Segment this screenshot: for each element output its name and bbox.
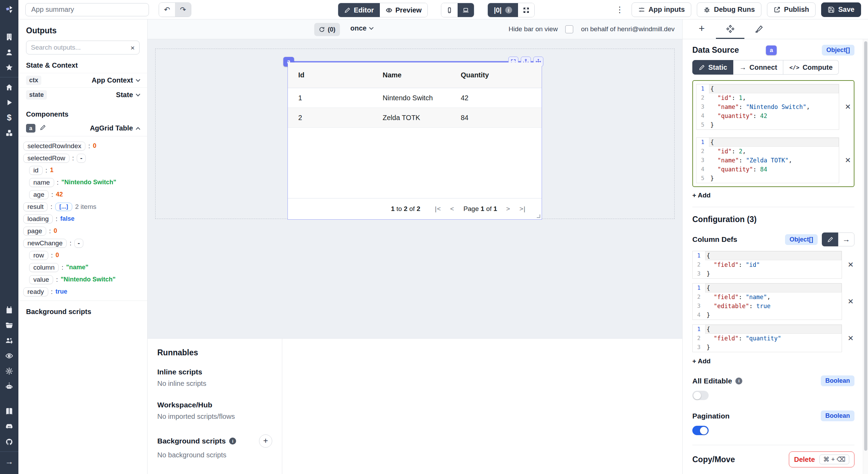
output-key-chip[interactable]: newChange bbox=[23, 239, 67, 248]
column-header[interactable]: Quantity bbox=[461, 71, 542, 79]
next-page-button[interactable]: > bbox=[506, 205, 510, 213]
last-page-button[interactable]: >| bbox=[519, 205, 526, 213]
fullscreen-button[interactable] bbox=[518, 3, 534, 17]
clear-search-icon[interactable]: × bbox=[131, 44, 135, 51]
collapsed-array-chip[interactable]: [...] bbox=[55, 203, 73, 211]
json-code-editor[interactable]: 1{2 "id": 1,3 "name": "Nintendo Switch",… bbox=[696, 84, 839, 130]
home-icon[interactable] bbox=[0, 79, 18, 95]
resources-blocks-icon[interactable] bbox=[0, 125, 18, 141]
remove-item-icon[interactable] bbox=[847, 297, 854, 306]
output-entry-selectedRowIndex[interactable]: selectedRowIndex:0 bbox=[23, 140, 142, 152]
github-icon[interactable] bbox=[0, 434, 18, 449]
output-key-chip[interactable]: selectedRowIndex bbox=[23, 142, 85, 151]
component-settings-tab[interactable] bbox=[716, 19, 744, 39]
output-entry-page[interactable]: page:0 bbox=[23, 225, 142, 237]
desktop-view-button[interactable] bbox=[458, 3, 474, 17]
remove-item-icon[interactable] bbox=[844, 103, 852, 111]
ctx-row[interactable]: ctx App Context bbox=[18, 73, 147, 87]
edit-mode-button[interactable] bbox=[822, 232, 838, 246]
output-key-chip[interactable]: row bbox=[29, 251, 48, 260]
json-code-editor[interactable]: 1{2 "id": 2,3 "name": "Zelda TOTK",4 "qu… bbox=[696, 137, 839, 183]
ai-robot-icon[interactable] bbox=[0, 379, 18, 394]
output-key-chip[interactable]: id bbox=[29, 166, 43, 175]
output-key-chip[interactable]: value bbox=[29, 275, 53, 284]
connect-mode-button[interactable]: → Connect bbox=[733, 60, 783, 75]
styling-tab[interactable] bbox=[744, 19, 773, 39]
remove-item-icon[interactable] bbox=[847, 261, 854, 269]
table-cell[interactable]: 42 bbox=[461, 94, 542, 102]
search-outputs-input[interactable] bbox=[31, 44, 131, 51]
aggrid-table-component[interactable]: a IdNameQuantity 1Nintendo Switch422Zeld… bbox=[287, 61, 542, 220]
app-canvas[interactable]: a IdNameQuantity 1Nintendo Switch422Zeld… bbox=[148, 39, 682, 338]
output-entry-age[interactable]: age:42 bbox=[23, 188, 142, 201]
output-key-chip[interactable]: page bbox=[23, 227, 46, 236]
state-row[interactable]: state State bbox=[18, 87, 147, 102]
table-row[interactable]: 2Zelda TOTK84 bbox=[288, 108, 542, 128]
insert-component-tab[interactable]: + bbox=[687, 19, 716, 39]
output-entry-ready[interactable]: ready:true bbox=[23, 286, 142, 298]
add-data-source-item-button[interactable]: + Add bbox=[692, 192, 711, 199]
preview-tab[interactable]: Preview bbox=[380, 3, 428, 17]
add-background-script-button[interactable] bbox=[259, 434, 272, 448]
scrollbar-thumb[interactable] bbox=[864, 41, 867, 451]
delete-component-button[interactable]: Delete ⌘ + ⌫ bbox=[789, 451, 854, 467]
static-mode-button[interactable]: Static bbox=[692, 60, 733, 75]
favorites-star-icon[interactable] bbox=[0, 60, 18, 75]
output-key-chip[interactable]: result bbox=[23, 202, 48, 211]
output-entry-name[interactable]: name:"Nintendo Switch" bbox=[23, 176, 142, 188]
docs-book-icon[interactable] bbox=[0, 404, 18, 419]
output-key-chip[interactable]: loading bbox=[23, 214, 53, 223]
table-row[interactable]: 1Nintendo Switch42 bbox=[288, 88, 542, 108]
output-entry-value[interactable]: value:"Nintendo Switch" bbox=[23, 273, 142, 286]
collapsed-object-chip[interactable]: - bbox=[74, 239, 83, 248]
table-cell[interactable]: 2 bbox=[298, 114, 383, 122]
windmill-logo-icon[interactable] bbox=[0, 0, 18, 19]
output-entry-result[interactable]: result:[...]2 items bbox=[23, 201, 142, 213]
column-header[interactable]: Id bbox=[298, 71, 383, 79]
schedules-calendar-icon[interactable] bbox=[0, 302, 18, 318]
output-key-chip[interactable]: name bbox=[29, 178, 54, 187]
workspace-building-icon[interactable] bbox=[0, 29, 18, 44]
output-key-chip[interactable]: column bbox=[29, 263, 59, 272]
refresh-policy-dropdown[interactable]: once bbox=[350, 24, 373, 32]
more-menu-button[interactable]: ⋮ bbox=[614, 5, 626, 15]
compute-mode-button[interactable]: </> Compute bbox=[783, 60, 839, 75]
collapse-sidebar-arrow-icon[interactable]: → bbox=[0, 454, 18, 469]
debug-runs-button[interactable]: Debug Runs bbox=[697, 2, 761, 17]
prev-page-button[interactable]: < bbox=[450, 205, 454, 213]
add-column-def-button[interactable]: + Add bbox=[692, 357, 711, 365]
pagination-toggle[interactable] bbox=[692, 426, 709, 435]
output-entry-id[interactable]: id:1 bbox=[23, 164, 142, 176]
output-entry-row[interactable]: row:0 bbox=[23, 249, 142, 261]
table-cell[interactable]: 84 bbox=[461, 114, 542, 122]
right-panel-scrollbar[interactable] bbox=[863, 39, 868, 474]
output-key-chip[interactable]: selectedRow bbox=[23, 154, 69, 163]
json-code-editor[interactable]: 1{2 "field": "quantity"3} bbox=[692, 324, 842, 352]
redo-button[interactable]: ↷ bbox=[175, 3, 191, 17]
settings-gear-icon[interactable] bbox=[0, 363, 18, 379]
output-entry-column[interactable]: column:"name" bbox=[23, 261, 142, 273]
output-entry-newChange[interactable]: newChange:- bbox=[23, 237, 142, 249]
refresh-components-button[interactable]: (0) bbox=[314, 23, 340, 36]
save-button[interactable]: Save bbox=[821, 2, 861, 17]
table-cell[interactable]: Zelda TOTK bbox=[383, 114, 461, 122]
component-output-header[interactable]: a AgGrid Table bbox=[18, 122, 147, 136]
connect-mode-button[interactable]: → bbox=[838, 232, 854, 246]
output-entry-loading[interactable]: loading:false bbox=[23, 213, 142, 225]
editor-tab[interactable]: Editor bbox=[338, 3, 380, 17]
output-key-chip[interactable]: ready bbox=[23, 287, 48, 296]
audit-eye-icon[interactable] bbox=[0, 348, 18, 363]
runs-play-icon[interactable] bbox=[0, 95, 18, 110]
output-key-chip[interactable]: age bbox=[29, 190, 49, 199]
user-icon[interactable] bbox=[0, 44, 18, 60]
json-code-editor[interactable]: 1{2 "field": "name",3 "editable": true4} bbox=[692, 283, 842, 320]
remove-item-icon[interactable] bbox=[847, 334, 854, 342]
column-header[interactable]: Name bbox=[383, 71, 461, 79]
folders-icon[interactable] bbox=[0, 318, 18, 333]
undo-button[interactable]: ↶ bbox=[159, 3, 175, 17]
diff-button[interactable]: |0| bbox=[488, 3, 518, 17]
first-page-button[interactable]: |< bbox=[435, 205, 441, 213]
rename-pencil-icon[interactable] bbox=[40, 124, 46, 132]
discord-icon[interactable] bbox=[0, 419, 18, 434]
mobile-view-button[interactable] bbox=[441, 3, 458, 17]
